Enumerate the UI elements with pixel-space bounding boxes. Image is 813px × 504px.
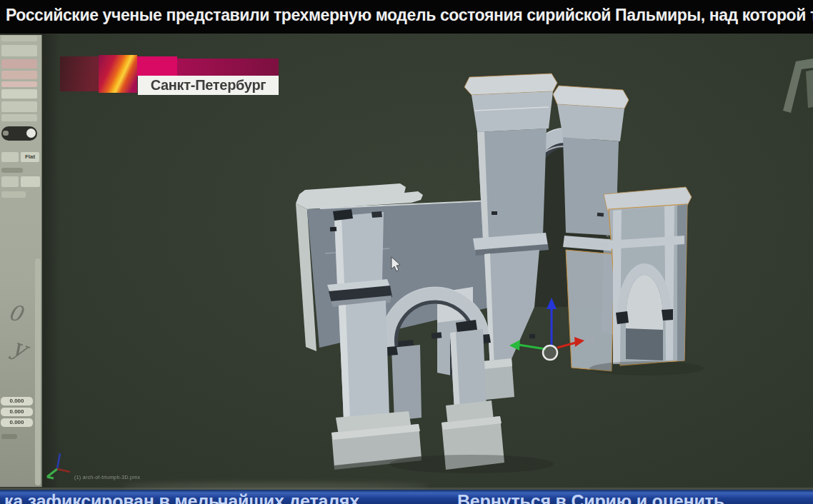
- gizmo-y-axis[interactable]: [519, 345, 546, 349]
- slider-knob[interactable]: [26, 128, 36, 138]
- logo-gradient-magenta: [137, 56, 177, 76]
- panel-toggle-active[interactable]: [1, 59, 37, 69]
- viewport-status-text: (1) arch-of-triumph-3D.pmx: [74, 475, 140, 480]
- logo-gradient-flame: [99, 55, 137, 93]
- viewport-shade: [41, 34, 60, 488]
- transform-y-field[interactable]: 0.000: [1, 408, 33, 416]
- gizmo-y-arrowhead[interactable]: [509, 340, 520, 351]
- logo-gradient-maroon: [60, 56, 99, 91]
- gizmo-x-arrowhead[interactable]: [574, 337, 584, 347]
- mini-axis-z: [57, 453, 60, 469]
- mini-axis-y: [47, 469, 57, 477]
- transform-z-field[interactable]: 0.000: [1, 418, 33, 427]
- news-ticker-bottom: ка зафиксирован в мельчайших деталях... …: [0, 490, 813, 504]
- tv-news-frame: Российские ученые представили трехмерную…: [0, 0, 813, 504]
- mini-axis-y-foot: [47, 477, 54, 478]
- transform-x-field[interactable]: 0.000: [1, 397, 33, 405]
- panel-button[interactable]: [1, 114, 37, 121]
- panel-toggle-active[interactable]: [1, 81, 37, 87]
- logo-gradient-bar: [177, 59, 279, 76]
- tv-watermark-icon: [779, 54, 813, 146]
- monitor-photo: Flat 0 y 0.000 0.000 0.000 Са: [0, 34, 813, 490]
- headline-text: Российские ученые представили трехмерную…: [6, 6, 813, 25]
- shading-flat-button[interactable]: Flat: [21, 152, 39, 162]
- panel-button[interactable]: [1, 176, 19, 187]
- shading-smooth-button[interactable]: [1, 152, 19, 162]
- translate-gizmo[interactable]: [507, 296, 586, 393]
- news-ticker-top: Российские ученые представили трехмерную…: [0, 0, 813, 34]
- tool-panel: Flat 0 y 0.000 0.000 0.000: [0, 35, 42, 487]
- panel-toggle-active[interactable]: [1, 71, 37, 79]
- panel-label: [1, 168, 23, 173]
- ticker-text-right: Вернуться в Сирию и оценить: [457, 491, 724, 504]
- gizmo-x-axis[interactable]: [557, 343, 576, 348]
- panel-button[interactable]: [21, 176, 40, 187]
- panel-label: [1, 434, 17, 439]
- screen-reflection: [121, 483, 429, 490]
- palmyra-arch-3d-model[interactable]: [268, 54, 711, 482]
- panel-slider[interactable]: [1, 126, 37, 141]
- ground-shadow: [389, 455, 554, 473]
- tool-panel-content: Flat 0 y 0.000 0.000 0.000: [0, 35, 41, 487]
- ticker-text-left: ка зафиксирован в мельчайших деталях...: [4, 491, 374, 504]
- screen-marking: 0: [6, 299, 25, 326]
- channel-logo: Санкт-Петербург: [60, 55, 281, 130]
- panel-button[interactable]: [1, 45, 37, 56]
- panel-button[interactable]: [1, 89, 37, 99]
- gizmo-z-arrowhead[interactable]: [547, 298, 557, 309]
- screen-marking: y: [9, 332, 31, 363]
- panel-button[interactable]: [1, 191, 26, 198]
- panel-scrollbar[interactable]: [35, 258, 41, 485]
- channel-name-label: Санкт-Петербург: [138, 76, 279, 95]
- slider-nub: [3, 131, 9, 136]
- gizmo-center-ring[interactable]: [543, 346, 557, 360]
- ground-shadow: [589, 361, 704, 376]
- mini-axis-x: [57, 469, 70, 472]
- viewport-axis-indicator: [43, 449, 76, 485]
- panel-button[interactable]: [1, 101, 37, 112]
- niche-pylon[interactable]: [604, 187, 692, 366]
- panel-button[interactable]: [1, 36, 37, 41]
